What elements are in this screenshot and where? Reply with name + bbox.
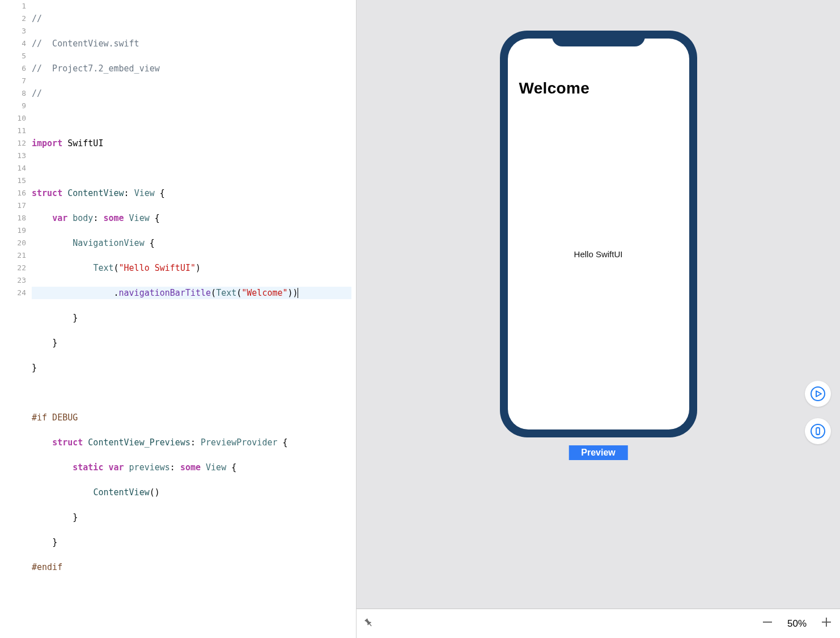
type-previews: ContentView_Previews bbox=[88, 437, 190, 448]
line-number: 10 bbox=[0, 112, 26, 125]
line-number-gutter: 1 2 3 4 5 6 7 8 9 10 11 12 13 14 15 16 1… bbox=[0, 0, 32, 638]
line-number: 15 bbox=[0, 175, 26, 187]
zoom-out-button[interactable] bbox=[762, 616, 773, 631]
line-number: 6 bbox=[0, 62, 26, 75]
type-view: View bbox=[206, 462, 226, 473]
preproc-endif: #endif bbox=[32, 562, 62, 572]
kw-var: var bbox=[108, 462, 124, 473]
preview-pane: Welcome Hello SwiftUI Preview bbox=[357, 0, 840, 638]
pin-icon bbox=[362, 615, 376, 630]
kw-some: some bbox=[103, 213, 124, 223]
line-number: 18 bbox=[0, 212, 26, 224]
string-hello: "Hello SwiftUI" bbox=[119, 263, 196, 273]
line-number: 11 bbox=[0, 125, 26, 137]
preview-on-device-button[interactable] bbox=[805, 418, 831, 444]
minus-icon bbox=[762, 616, 773, 628]
device-notch bbox=[552, 31, 645, 46]
device-screen: Welcome Hello SwiftUI bbox=[508, 39, 689, 429]
prop-body: body bbox=[73, 213, 93, 223]
type-contentview: ContentView bbox=[67, 188, 124, 198]
svg-point-0 bbox=[811, 387, 825, 401]
line-number: 4 bbox=[0, 37, 26, 50]
kw-struct: struct bbox=[32, 188, 62, 198]
line-number: 8 bbox=[0, 87, 26, 100]
navigation-bar-title: Welcome bbox=[508, 39, 689, 101]
plus-icon bbox=[821, 616, 832, 628]
preview-canvas[interactable]: Welcome Hello SwiftUI Preview bbox=[357, 0, 840, 609]
type-view: View bbox=[134, 188, 155, 198]
kw-import: import bbox=[32, 138, 62, 148]
line-number: 5 bbox=[0, 50, 26, 62]
modifier-navtitle: navigationBarTitle bbox=[119, 288, 211, 298]
line-number: 16 bbox=[0, 187, 26, 199]
code-comment: // bbox=[32, 88, 42, 99]
line-number: 1 bbox=[0, 0, 26, 12]
device-frame: Welcome Hello SwiftUI bbox=[500, 31, 697, 437]
type-navigationview: NavigationView bbox=[73, 238, 144, 248]
code-editor-pane[interactable]: 1 2 3 4 5 6 7 8 9 10 11 12 13 14 15 16 1… bbox=[0, 0, 356, 638]
kw-var: var bbox=[52, 213, 67, 223]
svg-rect-5 bbox=[763, 622, 772, 623]
type-view: View bbox=[129, 213, 150, 223]
preview-bottom-bar: 50% bbox=[357, 609, 840, 638]
line-number: 17 bbox=[0, 199, 26, 212]
type-text: Text bbox=[216, 288, 236, 298]
line-number: 23 bbox=[0, 274, 26, 287]
svg-point-1 bbox=[811, 424, 825, 438]
string-welcome: "Welcome" bbox=[241, 288, 287, 298]
zoom-in-button[interactable] bbox=[821, 616, 832, 631]
pin-preview-button[interactable] bbox=[362, 615, 377, 631]
line-number: 19 bbox=[0, 224, 26, 237]
line-number: 3 bbox=[0, 25, 26, 37]
line-number: 20 bbox=[0, 237, 26, 249]
line-number: 2 bbox=[0, 12, 26, 25]
module-swiftui: SwiftUI bbox=[67, 138, 103, 148]
preview-floating-controls bbox=[805, 381, 831, 444]
line-number: 7 bbox=[0, 75, 26, 87]
code-comment: // bbox=[32, 14, 42, 24]
line-number: 24 bbox=[0, 287, 26, 299]
live-preview-play-button[interactable] bbox=[805, 381, 831, 407]
svg-point-3 bbox=[817, 433, 818, 434]
line-number: 12 bbox=[0, 137, 26, 150]
code-comment: // ContentView.swift bbox=[32, 39, 139, 49]
call-contentview: ContentView bbox=[93, 487, 149, 497]
line-number: 21 bbox=[0, 249, 26, 262]
preview-body-text: Hello SwiftUI bbox=[508, 101, 689, 429]
prop-previews: previews bbox=[129, 462, 170, 473]
kw-static: static bbox=[73, 462, 103, 473]
text-cursor bbox=[298, 288, 298, 298]
code-text-area[interactable]: // // ContentView.swift // Project7.2_em… bbox=[32, 0, 356, 638]
type-previewprovider: PreviewProvider bbox=[201, 437, 277, 448]
line-number: 13 bbox=[0, 150, 26, 162]
play-icon bbox=[810, 386, 826, 402]
zoom-level-label[interactable]: 50% bbox=[783, 618, 811, 630]
code-comment: // Project7.2_embed_view bbox=[32, 63, 160, 74]
svg-rect-7 bbox=[826, 618, 827, 627]
preview-label: Preview bbox=[569, 445, 627, 460]
device-icon bbox=[810, 423, 826, 439]
line-number: 9 bbox=[0, 100, 26, 112]
kw-struct: struct bbox=[52, 437, 83, 448]
line-number: 22 bbox=[0, 262, 26, 274]
type-text: Text bbox=[93, 263, 113, 273]
line-number: 14 bbox=[0, 162, 26, 175]
preproc-ifdebug: #if DEBUG bbox=[32, 412, 78, 423]
kw-some: some bbox=[180, 462, 201, 473]
